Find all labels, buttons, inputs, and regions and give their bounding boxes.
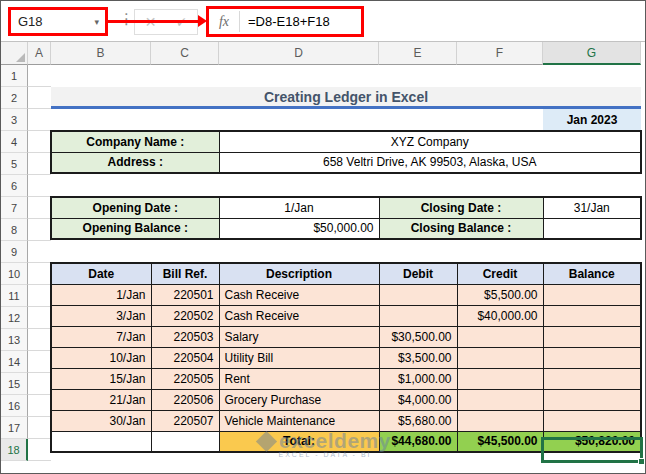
ledger-cell-date[interactable]: 30/Jan: [51, 410, 151, 431]
ledger-cell-credit[interactable]: [457, 347, 543, 368]
sheet-title-cell[interactable]: Creating Ledger in Excel: [51, 87, 641, 109]
ledger-cell-debit[interactable]: [379, 284, 457, 305]
row-header[interactable]: 10: [1, 263, 28, 285]
row-header[interactable]: 3: [1, 109, 28, 131]
chevron-down-icon[interactable]: ▾: [94, 17, 99, 27]
closing-balance-label-cell[interactable]: Closing Balance :: [379, 218, 543, 239]
row-header[interactable]: 2: [1, 87, 28, 109]
formula-input[interactable]: =D8-E18+F18: [248, 14, 330, 29]
ledger-cell-debit[interactable]: $4,000.00: [379, 389, 457, 410]
column-header-D[interactable]: D: [219, 42, 379, 65]
ledger-cell-credit[interactable]: $5,500.00: [457, 284, 543, 305]
ledger-cell-credit[interactable]: [457, 326, 543, 347]
ledger-cell-debit[interactable]: $1,000.00: [379, 368, 457, 389]
ledger-cell-desc[interactable]: Vehicle Maintenance: [219, 410, 379, 431]
row-header[interactable]: 6: [1, 175, 28, 197]
ledger-cell-debit[interactable]: $30,500.00: [379, 326, 457, 347]
ledger-cell-balance[interactable]: [543, 305, 641, 326]
ledger-cell-date[interactable]: 7/Jan: [51, 326, 151, 347]
ledger-cell-desc[interactable]: Grocery Purchase: [219, 389, 379, 410]
ledger-cell-desc[interactable]: Salary: [219, 326, 379, 347]
ledger-cell-ref[interactable]: 220506: [151, 389, 219, 410]
ledger-header-description[interactable]: Description: [219, 263, 379, 284]
row-header[interactable]: 9: [1, 241, 28, 263]
fill-handle[interactable]: [638, 458, 645, 465]
row-header[interactable]: 7: [1, 197, 28, 219]
column-header-A[interactable]: A: [28, 42, 51, 65]
row-header[interactable]: 12: [1, 307, 28, 329]
column-header-B[interactable]: B: [51, 42, 151, 65]
ledger-cell-ref[interactable]: 220505: [151, 368, 219, 389]
ledger-row: 15/Jan 220505 Rent $1,000.00: [51, 368, 641, 389]
ledger-header-balance[interactable]: Balance: [543, 263, 641, 284]
ledger-header-billref[interactable]: Bill Ref.: [151, 263, 219, 284]
empty-cell-c18[interactable]: [151, 431, 219, 452]
ledger-cell-date[interactable]: 10/Jan: [51, 347, 151, 368]
row-header[interactable]: 1: [1, 65, 28, 87]
address-value-cell[interactable]: 658 Veltri Drive, AK 99503, Alaska, USA: [219, 152, 641, 173]
ledger-cell-date[interactable]: 1/Jan: [51, 284, 151, 305]
ledger-cell-ref[interactable]: 220504: [151, 347, 219, 368]
opening-balance-value-cell[interactable]: $50,000.00: [219, 218, 379, 239]
row-header[interactable]: 11: [1, 285, 28, 307]
closing-date-label-cell[interactable]: Closing Date :: [379, 197, 543, 218]
ledger-cell-credit[interactable]: [457, 389, 543, 410]
total-credit-cell[interactable]: $45,500.00: [457, 431, 543, 452]
ledger-cell-ref[interactable]: 220507: [151, 410, 219, 431]
ledger-cell-ref[interactable]: 220502: [151, 305, 219, 326]
closing-balance-value-cell[interactable]: [543, 218, 641, 239]
ledger-cell-date[interactable]: 21/Jan: [51, 389, 151, 410]
opening-date-value-cell[interactable]: 1/Jan: [219, 197, 379, 218]
period-cell[interactable]: Jan 2023: [543, 109, 641, 131]
ledger-cell-balance[interactable]: [543, 284, 641, 305]
row-header[interactable]: 16: [1, 395, 28, 417]
total-debit-cell[interactable]: $44,680.00: [379, 431, 457, 452]
ledger-cell-date[interactable]: 15/Jan: [51, 368, 151, 389]
row-header[interactable]: 14: [1, 351, 28, 373]
ledger-cell-desc[interactable]: Cash Receive: [219, 305, 379, 326]
ledger-cell-balance[interactable]: [543, 389, 641, 410]
fx-icon[interactable]: fx: [209, 14, 239, 30]
ledger-header-date[interactable]: Date: [51, 263, 151, 284]
column-header-C[interactable]: C: [151, 42, 219, 65]
ledger-cell-balance[interactable]: [543, 326, 641, 347]
address-label-cell[interactable]: Address :: [51, 152, 219, 173]
ledger-cell-credit[interactable]: [457, 410, 543, 431]
ledger-cell-debit[interactable]: [379, 305, 457, 326]
row-header[interactable]: 17: [1, 417, 28, 439]
row-header[interactable]: 8: [1, 219, 28, 241]
name-box[interactable]: G18 ▾: [8, 7, 108, 36]
ledger-cell-debit[interactable]: $3,500.00: [379, 347, 457, 368]
ledger-header-credit[interactable]: Credit: [457, 263, 543, 284]
column-header-G-selected[interactable]: G: [543, 42, 641, 65]
ledger-cell-balance[interactable]: [543, 347, 641, 368]
ledger-cell-balance[interactable]: [543, 368, 641, 389]
row-header[interactable]: 4: [1, 131, 28, 153]
column-header-E[interactable]: E: [379, 42, 457, 65]
ledger-cell-debit[interactable]: $5,680.00: [379, 410, 457, 431]
company-name-label-cell[interactable]: Company Name :: [51, 131, 219, 152]
company-name-value-cell[interactable]: XYZ Company: [219, 131, 641, 152]
row-header[interactable]: 5: [1, 153, 28, 175]
closing-date-value-cell[interactable]: 31/Jan: [543, 197, 641, 218]
ledger-cell-credit[interactable]: $40,000.00: [457, 305, 543, 326]
ledger-cell-credit[interactable]: [457, 368, 543, 389]
total-label-cell[interactable]: Total:: [219, 431, 379, 452]
ledger-cell-desc[interactable]: Utility Bill: [219, 347, 379, 368]
ledger-cell-desc[interactable]: Rent: [219, 368, 379, 389]
ledger-row: 30/Jan 220507 Vehicle Maintenance $5,680…: [51, 410, 641, 431]
opening-balance-label-cell[interactable]: Opening Balance :: [51, 218, 219, 239]
column-header-F[interactable]: F: [457, 42, 543, 65]
ledger-cell-desc[interactable]: Cash Receive: [219, 284, 379, 305]
empty-cell-b18[interactable]: [51, 431, 151, 452]
row-header[interactable]: 13: [1, 329, 28, 351]
ledger-cell-balance[interactable]: [543, 410, 641, 431]
select-all-button[interactable]: [1, 42, 28, 65]
ledger-header-debit[interactable]: Debit: [379, 263, 457, 284]
opening-date-label-cell[interactable]: Opening Date :: [51, 197, 219, 218]
ledger-cell-ref[interactable]: 220503: [151, 326, 219, 347]
ledger-cell-ref[interactable]: 220501: [151, 284, 219, 305]
ledger-cell-date[interactable]: 3/Jan: [51, 305, 151, 326]
row-header-18-selected[interactable]: 18: [1, 439, 28, 461]
row-header[interactable]: 15: [1, 373, 28, 395]
